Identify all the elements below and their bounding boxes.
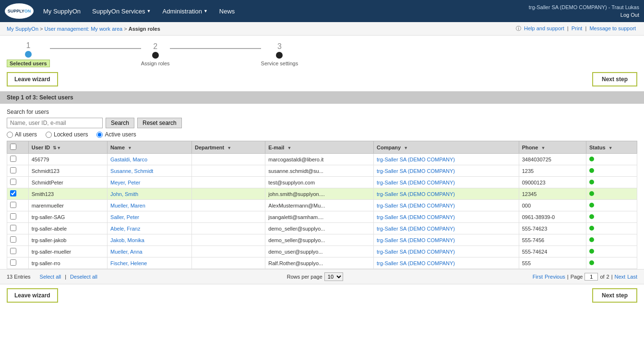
sort-icon-department[interactable]: ▼: [227, 146, 231, 150]
step-1-number: 1: [26, 41, 30, 50]
print-link[interactable]: Print: [572, 25, 583, 31]
help-support-link[interactable]: Help and support: [524, 25, 564, 31]
row-name[interactable]: Mueller, Anna: [107, 246, 192, 257]
pagination-next[interactable]: Next: [615, 274, 626, 280]
row-name[interactable]: Gastaldi, Marco: [107, 154, 192, 165]
row-company[interactable]: trg-Saller SA (DEMO COMPANY): [373, 211, 519, 223]
col-phone[interactable]: Phone ▼: [519, 141, 586, 154]
row-checkbox-cell[interactable]: [7, 246, 29, 257]
row-user-id: trg-saller-jakob: [28, 234, 107, 246]
sort-icon-email[interactable]: ▼: [287, 146, 291, 150]
row-email: demo_seller@supplyo...: [265, 223, 374, 234]
search-input[interactable]: [7, 118, 103, 128]
col-status[interactable]: Status ▼: [586, 141, 637, 154]
sort-icon-name[interactable]: ▼: [128, 146, 132, 150]
col-name[interactable]: Name ▼: [107, 141, 192, 154]
col-department[interactable]: Department ▼: [192, 141, 265, 154]
row-company[interactable]: trg-Saller SA (DEMO COMPANY): [373, 246, 519, 257]
row-checkbox[interactable]: [10, 259, 16, 266]
filter-locked-users[interactable]: Locked users: [46, 131, 88, 138]
row-name[interactable]: Meyer, Peter: [107, 177, 192, 188]
radio-active-users[interactable]: [96, 132, 103, 138]
row-company[interactable]: trg-Saller SA (DEMO COMPANY): [373, 234, 519, 246]
row-company[interactable]: trg-Saller SA (DEMO COMPANY): [373, 200, 519, 211]
sort-icon-status[interactable]: ▼: [608, 146, 613, 150]
row-company[interactable]: trg-Saller SA (DEMO COMPANY): [373, 154, 519, 165]
breadcrumb-my-supplyon[interactable]: My SupplyOn: [7, 26, 38, 32]
row-checkbox[interactable]: [10, 213, 16, 220]
row-name[interactable]: Saller, Peter: [107, 211, 192, 223]
row-checkbox-cell[interactable]: [7, 211, 29, 223]
row-department: [192, 200, 265, 211]
row-name[interactable]: Susanne, Schmidt: [107, 165, 192, 177]
nav-administration[interactable]: Administration ▼: [163, 8, 208, 15]
sort-icon-user-id[interactable]: ⇅▼: [53, 146, 61, 150]
filter-active-users[interactable]: Active users: [96, 131, 136, 138]
breadcrumb-user-management[interactable]: User management: My work area: [45, 26, 123, 32]
sort-icon-phone[interactable]: ▼: [541, 146, 545, 150]
nav-news[interactable]: News: [219, 8, 235, 15]
nav-items: My SupplyOn SupplyOn Services ▼ Administ…: [43, 8, 235, 15]
row-checkbox[interactable]: [10, 190, 16, 196]
filter-all-users[interactable]: All users: [7, 131, 37, 138]
next-step-button-bottom[interactable]: Next step: [592, 288, 637, 303]
step-3-circle: [276, 52, 283, 59]
row-checkbox[interactable]: [10, 156, 16, 162]
row-checkbox-cell[interactable]: [7, 223, 29, 234]
help-links: ⓘ Help and support | Print | Message to …: [516, 25, 637, 32]
col-user-id[interactable]: User ID ⇅▼: [28, 141, 107, 154]
row-name[interactable]: John, Smith: [107, 188, 192, 200]
row-checkbox[interactable]: [10, 179, 16, 185]
row-checkbox[interactable]: [10, 225, 16, 231]
sort-icon-company[interactable]: ▼: [404, 146, 408, 150]
nav-my-supplyon[interactable]: My SupplyOn: [43, 8, 81, 15]
row-checkbox-cell[interactable]: [7, 177, 29, 188]
row-department: [192, 223, 265, 234]
row-name[interactable]: Abele, Franz: [107, 223, 192, 234]
message-support-link[interactable]: Message to support: [589, 25, 636, 31]
pagination-previous[interactable]: Previous: [545, 274, 565, 280]
row-name[interactable]: Fischer, Helene: [107, 257, 192, 269]
row-status: [586, 223, 637, 234]
row-company[interactable]: trg-Saller SA (DEMO COMPANY): [373, 257, 519, 269]
row-checkbox-cell[interactable]: [7, 234, 29, 246]
next-step-button-top[interactable]: Next step: [592, 72, 637, 86]
col-company[interactable]: Company ▼: [373, 141, 519, 154]
nav-supplyon-services[interactable]: SupplyOn Services ▼: [92, 8, 151, 15]
row-checkbox-cell[interactable]: [7, 154, 29, 165]
rows-per-page-select[interactable]: 10 25 50: [324, 272, 343, 281]
radio-all-users[interactable]: [7, 132, 13, 138]
supplyon-logo: SUPPLYON: [5, 3, 34, 19]
reset-search-button[interactable]: Reset search: [137, 118, 182, 128]
pagination-first[interactable]: First: [533, 274, 543, 280]
row-company[interactable]: trg-Saller SA (DEMO COMPANY): [373, 223, 519, 234]
row-checkbox[interactable]: [10, 248, 16, 254]
row-department: [192, 257, 265, 269]
col-email[interactable]: E-mail ▼: [265, 141, 374, 154]
row-company[interactable]: trg-Saller SA (DEMO COMPANY): [373, 188, 519, 200]
select-all-link[interactable]: Select all: [40, 274, 61, 280]
pagination-page-input[interactable]: [584, 273, 598, 281]
row-checkbox-cell[interactable]: [7, 257, 29, 269]
search-button[interactable]: Search: [106, 118, 134, 128]
step-2-label: Assign roles: [141, 61, 170, 66]
table-row: 456779 Gastaldi, Marco marcogastaldi@lib…: [7, 154, 637, 165]
leave-wizard-button-top[interactable]: Leave wizard: [7, 72, 58, 86]
row-checkbox[interactable]: [10, 236, 16, 243]
pagination-last[interactable]: Last: [627, 274, 637, 280]
row-company[interactable]: trg-Saller SA (DEMO COMPANY): [373, 165, 519, 177]
logout-link[interactable]: Log Out: [620, 12, 639, 18]
row-checkbox[interactable]: [10, 167, 16, 173]
row-name[interactable]: Jakob, Monika: [107, 234, 192, 246]
leave-wizard-button-bottom[interactable]: Leave wizard: [7, 288, 58, 303]
chevron-down-icon: ▼: [147, 9, 151, 13]
radio-locked-users[interactable]: [46, 132, 52, 138]
row-checkbox-cell[interactable]: [7, 188, 29, 200]
row-name[interactable]: Mueller, Maren: [107, 200, 192, 211]
row-checkbox[interactable]: [10, 202, 16, 208]
row-company[interactable]: trg-Saller SA (DEMO COMPANY): [373, 177, 519, 188]
select-all-checkbox[interactable]: [10, 144, 16, 150]
row-checkbox-cell[interactable]: [7, 165, 29, 177]
row-checkbox-cell[interactable]: [7, 200, 29, 211]
deselect-all-link[interactable]: Deselect all: [70, 274, 97, 280]
